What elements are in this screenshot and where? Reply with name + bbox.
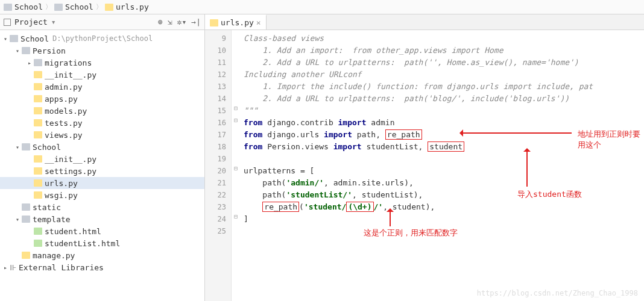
dropdown-icon[interactable]: ▾ [51,17,56,26]
code-line[interactable]: 1. Add an import: from other_app.views i… [240,45,644,57]
code-line[interactable]: re_path('student/(\d+)/', student), [240,201,644,213]
editor: urls.py× 9101112131415161718192021222324… [205,14,644,301]
py-icon [34,179,42,187]
editor-tab[interactable]: urls.py× [205,14,267,29]
tree-label: student.html [45,227,101,236]
code-line[interactable]: path('admin/', admin.site.urls), [240,177,644,189]
tree-row[interactable]: tests.py [0,117,204,129]
tree-label: School [33,143,61,152]
watermark: https://blog.csdn.net/Zheng_Chao_1998 [477,289,638,297]
tree-row[interactable]: ▾Persion [0,45,204,57]
tree-label: views.py [45,131,83,140]
tree-label: __init__.py [45,155,96,164]
folder-icon [22,216,30,223]
code-line[interactable]: Class-based views [240,33,644,45]
breadcrumb-item[interactable]: School [4,2,43,11]
tree-row[interactable]: student.html [0,225,204,237]
tree-row[interactable]: urls.py [0,177,204,189]
project-tree[interactable]: ▾SchoolD:\pythonProject\School▾Persion▸m… [0,30,204,301]
code-line[interactable]: ] [240,213,644,225]
close-icon[interactable]: × [256,18,261,27]
py-icon [34,83,42,90]
arrow-2-head [523,144,531,152]
caret-icon[interactable]: ▾ [13,216,22,223]
tree-row[interactable]: ▾SchoolD:\pythonProject\School [0,33,204,45]
editor-tabs: urls.py× [205,14,644,30]
tree-label: School [21,34,49,43]
py-icon [34,107,42,114]
tree-row[interactable]: apps.py [0,93,204,105]
project-icon [4,19,11,26]
tree-row[interactable]: settings.py [0,165,204,177]
hide-icon[interactable]: →| [191,17,201,26]
sidebar-header: Project ▾ ⊕ ⇲ ✲▾ →| [0,14,204,30]
code-line[interactable]: 1. Import the include() function: from d… [240,81,644,93]
tree-row[interactable]: ▾School [0,141,204,153]
tree-row[interactable]: ▾template [0,213,204,225]
folder-icon [22,203,30,211]
html-icon [34,240,42,247]
folder-icon [54,4,63,11]
tree-row[interactable]: manage.py [0,249,204,261]
sidebar-title: Project [14,17,48,26]
code-line[interactable]: from django.contrib import admin [240,117,644,129]
tree-label: Persion [33,46,66,55]
tree-label: urls.py [45,179,78,188]
py-icon [105,4,113,11]
tree-label: static [33,203,61,212]
folder-icon [22,143,30,150]
tree-row[interactable]: wsgi.py [0,189,204,201]
caret-icon[interactable]: ▾ [13,48,22,54]
code-content[interactable]: 地址用到正则时要用这个 导入student函数 这是个正则，用来匹配数字 Cla… [240,30,644,301]
code-line[interactable]: 2. Add a URL to urlpatterns: path('blog/… [240,93,644,105]
lib-icon: ⊪ [10,263,16,272]
breadcrumb-item[interactable]: School [54,2,93,11]
arrow-3-head [387,205,394,212]
locate-icon[interactable]: ⊕ [158,17,163,26]
py-icon [34,131,42,138]
tree-label: tests.py [45,119,83,128]
tree-label: __init__.py [45,70,96,79]
code-line[interactable]: from django.urls import path, re_path [240,129,644,141]
tree-row[interactable]: __init__.py [0,153,204,165]
tree-row[interactable]: studentList.html [0,237,204,249]
py-icon [34,155,42,163]
caret-icon[interactable]: ▾ [1,36,10,42]
code-line[interactable]: path('studentList/', studentList), [240,189,644,201]
code-line[interactable]: Including another URLconf [240,69,644,81]
gear-icon[interactable]: ✲▾ [177,17,187,26]
tree-label: studentList.html [45,239,120,248]
code-line[interactable]: from Persion.views import studentList, s… [240,141,644,153]
py-icon [34,167,42,175]
tree-row[interactable]: __init__.py [0,69,204,81]
caret-icon[interactable]: ▸ [1,264,10,271]
tree-label: apps.py [45,95,78,104]
tree-label: External Libraries [19,263,104,272]
html-icon [34,228,42,235]
tree-row[interactable]: admin.py [0,81,204,93]
tree-label: manage.py [33,251,75,260]
fold-column: ⊟⊟⊟⊟ [232,30,240,301]
project-sidebar: Project ▾ ⊕ ⇲ ✲▾ →| ▾SchoolD:\pythonProj… [0,14,205,301]
code-line[interactable] [240,153,644,165]
tree-row[interactable]: ▸⊪External Libraries [0,261,204,273]
code-line[interactable]: """ [240,105,644,117]
tree-row[interactable]: ▸migrations [0,57,204,69]
code-line[interactable]: urlpatterns = [ [240,165,644,177]
tree-row[interactable]: static [0,201,204,213]
py-icon [34,119,42,126]
code-line[interactable]: 2. Add a URL to urlpatterns: path('', Ho… [240,57,644,69]
collapse-icon[interactable]: ⇲ [168,17,172,26]
code-line[interactable] [240,225,644,237]
tree-row[interactable]: models.py [0,105,204,117]
tree-label: models.py [45,107,87,116]
caret-icon[interactable]: ▸ [25,60,34,66]
py-icon [34,95,42,102]
caret-icon[interactable]: ▾ [13,144,22,150]
tree-label: settings.py [45,167,96,176]
folder-icon [4,4,12,11]
py-icon [22,252,30,259]
tree-label: wsgi.py [45,191,78,200]
tree-row[interactable]: views.py [0,129,204,141]
breadcrumb-item[interactable]: urls.py [105,2,149,11]
